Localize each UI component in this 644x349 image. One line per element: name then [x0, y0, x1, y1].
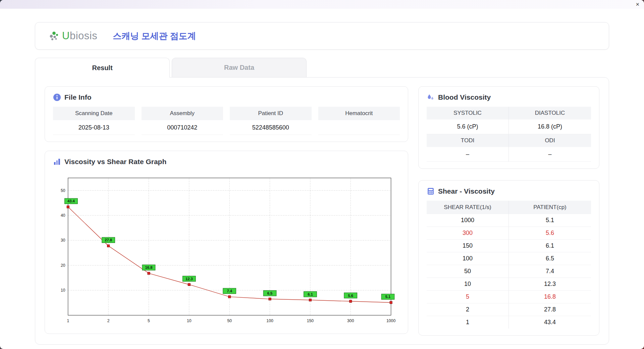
svg-text:10: 10 [61, 288, 65, 293]
bar-chart-icon [53, 158, 61, 166]
svg-text:150: 150 [307, 318, 314, 323]
tab-bar: ResultRaw Data [35, 58, 609, 77]
result-panel: File Info Scanning Date2025-08-13Assembl… [35, 77, 609, 345]
table-row: 507.4 [427, 265, 591, 278]
patient-viscosity-cell: 5.1 [509, 214, 591, 227]
shear-viscosity-title-row: Shear - Viscosity [427, 187, 591, 195]
svg-text:30: 30 [61, 238, 65, 243]
svg-text:12.3: 12.3 [185, 277, 193, 281]
close-icon[interactable]: × [636, 1, 639, 7]
calculator-icon [427, 187, 435, 195]
shear-rate-cell: 300 [427, 227, 509, 239]
svg-text:5: 5 [148, 318, 150, 323]
blood-viscosity-value-row: 5.6 (cP)16.8 (cP) [427, 119, 591, 134]
svg-text:10: 10 [187, 318, 192, 323]
blood-viscosity-table: SYSTOLICDIASTOLIC5.6 (cP)16.8 (cP)TODIOD… [427, 107, 591, 162]
blood-viscosity-value-row: –– [427, 147, 591, 162]
blood-viscosity-header-cell: ODI [509, 134, 591, 147]
file-info-title-row: File Info [53, 93, 400, 101]
viscosity-shear-chart: 10203040501251050100150300100043.427.816… [53, 172, 398, 327]
tab-raw-data[interactable]: Raw Data [172, 58, 307, 77]
blood-viscosity-value-cell: 16.8 (cP) [509, 119, 591, 134]
svg-text:50: 50 [61, 188, 65, 193]
blood-viscosity-header-cell: TODI [427, 134, 509, 147]
patient-viscosity-cell: 16.8 [509, 291, 591, 303]
table-row: 10005.1 [427, 214, 591, 227]
file-info-field-value: 52248585600 [230, 120, 312, 135]
app-window: × Ubiosis 스캐닝 모세관 점도계 ResultRaw [0, 0, 644, 349]
table-row: 3005.6 [427, 227, 591, 240]
file-info-card: File Info Scanning Date2025-08-13Assembl… [45, 86, 408, 142]
shear-viscosity-header: SHEAR RATE(1/s)PATIENT(cp) [427, 201, 591, 214]
file-info-title: File Info [64, 93, 92, 101]
file-info-field-value: 000710242 [142, 120, 223, 135]
svg-text:7.4: 7.4 [227, 289, 232, 293]
file-info-field-label: Patient ID [230, 107, 312, 120]
shear-table-header-cell: SHEAR RATE(1/s) [427, 201, 509, 214]
patient-viscosity-cell: 27.8 [509, 303, 591, 316]
table-row: 516.8 [427, 291, 591, 303]
patient-viscosity-cell: 6.1 [509, 240, 591, 252]
file-info-field-label: Scanning Date [53, 107, 135, 120]
shear-rate-cell: 1 [427, 316, 509, 329]
graph-card: Viscosity vs Shear Rate Graph 1020304050… [45, 151, 408, 334]
tab-result[interactable]: Result [35, 58, 170, 78]
file-info-column: Patient ID52248585600 [230, 107, 312, 135]
right-column: Blood Viscosity SYSTOLICDIASTOLIC5.6 (cP… [418, 86, 599, 336]
shear-rate-cell: 100 [427, 252, 509, 265]
main-container: Ubiosis 스캐닝 모세관 점도계 ResultRaw Data [0, 9, 644, 345]
blood-viscosity-title-row: Blood Viscosity [427, 93, 591, 101]
svg-text:6.5: 6.5 [267, 291, 273, 295]
svg-text:1000: 1000 [386, 318, 395, 323]
patient-viscosity-cell: 12.3 [509, 278, 591, 290]
page-title: 스캐닝 모세관 점도계 [113, 30, 196, 42]
svg-text:2: 2 [107, 318, 110, 323]
header-card: Ubiosis 스캐닝 모세관 점도계 [35, 22, 609, 50]
shear-rate-cell: 2 [427, 303, 509, 316]
table-row: 1506.1 [427, 240, 591, 252]
info-icon [53, 93, 61, 101]
shear-table-header-cell: PATIENT(cp) [509, 201, 591, 214]
shear-rate-cell: 150 [427, 240, 509, 252]
svg-text:27.8: 27.8 [105, 238, 112, 242]
svg-text:43.4: 43.4 [67, 199, 75, 203]
blood-viscosity-header-cell: SYSTOLIC [427, 107, 509, 119]
svg-text:40: 40 [61, 213, 65, 218]
svg-text:16.8: 16.8 [145, 265, 153, 269]
ubiosis-logo-icon [49, 30, 60, 42]
blood-viscosity-card: Blood Viscosity SYSTOLICDIASTOLIC5.6 (cP… [418, 86, 599, 169]
svg-text:6.1: 6.1 [308, 292, 313, 296]
blood-viscosity-value-cell: – [509, 147, 591, 162]
file-info-column: Hematocrit [318, 107, 400, 135]
svg-text:50: 50 [227, 318, 232, 323]
shear-rate-cell: 5 [427, 291, 509, 303]
shear-viscosity-title: Shear - Viscosity [438, 187, 495, 195]
shear-viscosity-body: 10005.13005.61506.11006.5507.41012.3516.… [427, 214, 591, 329]
patient-viscosity-cell: 7.4 [509, 265, 591, 278]
table-row: 1012.3 [427, 278, 591, 291]
blood-viscosity-value-cell: 5.6 (cP) [427, 119, 509, 134]
shear-viscosity-card: Shear - Viscosity SHEAR RATE(1/s)PATIENT… [418, 180, 599, 336]
table-row: 227.8 [427, 303, 591, 316]
blood-viscosity-title: Blood Viscosity [438, 93, 491, 101]
file-info-column: Assembly000710242 [142, 107, 223, 135]
shear-rate-cell: 10 [427, 278, 509, 290]
window-titlebar: × [0, 0, 644, 9]
svg-text:300: 300 [347, 318, 354, 323]
shear-rate-cell: 1000 [427, 214, 509, 227]
svg-text:100: 100 [266, 318, 273, 323]
file-info-field-value: 2025-08-13 [53, 120, 135, 135]
table-row: 1006.5 [427, 252, 591, 265]
patient-viscosity-cell: 43.4 [509, 316, 591, 329]
graph-title: Viscosity vs Shear Rate Graph [64, 158, 166, 166]
svg-text:20: 20 [61, 263, 65, 268]
brand-name: Ubiosis [62, 30, 97, 42]
svg-text:1: 1 [67, 318, 69, 323]
shear-rate-cell: 50 [427, 265, 509, 278]
patient-viscosity-cell: 5.6 [509, 227, 591, 239]
shear-table-header-row: SHEAR RATE(1/s)PATIENT(cp) [427, 201, 591, 214]
file-info-column: Scanning Date2025-08-13 [53, 107, 135, 135]
blood-viscosity-header-row: TODIODI [427, 134, 591, 147]
svg-text:5.1: 5.1 [385, 295, 391, 299]
svg-text:5.6: 5.6 [348, 294, 353, 298]
